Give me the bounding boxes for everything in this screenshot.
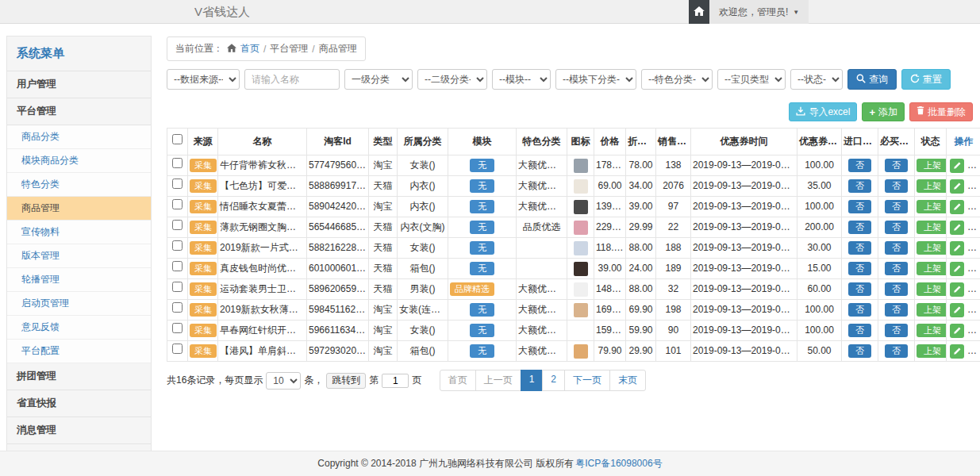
- row-checkbox[interactable]: [172, 178, 183, 189]
- must-buy-toggle[interactable]: 否: [885, 282, 908, 296]
- edit-icon[interactable]: [950, 200, 964, 214]
- sidebar-item[interactable]: 拼团管理: [7, 363, 151, 390]
- module-badge[interactable]: 品牌精选: [450, 282, 494, 296]
- module-badge[interactable]: 无: [470, 200, 494, 213]
- sidebar-item[interactable]: 特色分类: [7, 173, 151, 197]
- status-toggle[interactable]: 上架: [917, 179, 947, 193]
- edit-icon[interactable]: [950, 262, 964, 276]
- status-toggle[interactable]: 上架: [917, 324, 947, 337]
- status-select[interactable]: --状态--: [790, 69, 843, 90]
- module-select[interactable]: --模块--: [492, 69, 551, 90]
- must-buy-toggle[interactable]: 否: [885, 179, 908, 193]
- pager-item[interactable]: 首页: [440, 370, 476, 391]
- select-all-checkbox[interactable]: [172, 134, 183, 144]
- status-toggle[interactable]: 上架: [917, 303, 947, 317]
- item-type-select[interactable]: --宝贝类型--: [717, 69, 786, 90]
- row-checkbox[interactable]: [172, 302, 183, 313]
- jump-button[interactable]: 跳转到: [326, 373, 366, 389]
- module-badge[interactable]: 无: [470, 262, 494, 275]
- import-select-toggle[interactable]: 否: [848, 282, 871, 296]
- reset-button[interactable]: 重置: [901, 69, 951, 90]
- search-button[interactable]: 查询: [847, 69, 897, 90]
- module-badge[interactable]: 无: [470, 221, 494, 234]
- sidebar-item[interactable]: 商品分类: [7, 125, 151, 149]
- pager-item[interactable]: 末页: [609, 370, 646, 391]
- import-select-toggle[interactable]: 否: [848, 200, 871, 213]
- sidebar-item[interactable]: 意见反馈: [7, 316, 151, 340]
- status-toggle[interactable]: 上架: [917, 159, 947, 172]
- user-menu[interactable]: 欢迎您，管理员! ▼: [709, 0, 809, 24]
- sidebar-item[interactable]: 省直快报: [7, 390, 151, 417]
- edit-icon[interactable]: [950, 282, 964, 297]
- row-checkbox[interactable]: [172, 199, 183, 209]
- import-select-toggle[interactable]: 否: [848, 221, 871, 234]
- row-checkbox[interactable]: [172, 344, 183, 354]
- sidebar-item[interactable]: 版本管理: [7, 244, 151, 268]
- row-checkbox[interactable]: [172, 282, 183, 292]
- source-select[interactable]: --数据来源--: [167, 69, 240, 90]
- must-buy-toggle[interactable]: 否: [885, 221, 908, 234]
- add-button[interactable]: + 添加: [862, 102, 905, 121]
- edit-icon[interactable]: [950, 221, 964, 235]
- must-buy-toggle[interactable]: 否: [885, 303, 908, 317]
- sidebar-item[interactable]: 宣传物料: [7, 221, 151, 244]
- edit-icon[interactable]: [950, 159, 964, 173]
- import-select-toggle[interactable]: 否: [848, 179, 871, 193]
- must-buy-toggle[interactable]: 否: [885, 200, 908, 213]
- must-buy-toggle[interactable]: 否: [885, 159, 908, 172]
- edit-icon[interactable]: [950, 303, 964, 317]
- row-checkbox[interactable]: [172, 261, 183, 271]
- module-badge[interactable]: 无: [470, 159, 494, 172]
- breadcrumb-home-link[interactable]: 首页: [240, 42, 259, 56]
- sidebar-item[interactable]: 模块商品分类: [7, 149, 151, 173]
- pager-item[interactable]: 2: [542, 370, 565, 391]
- module-subcategory-select[interactable]: --模块下分类--: [555, 69, 636, 90]
- row-checkbox[interactable]: [172, 158, 183, 168]
- sidebar-item[interactable]: 轮播管理: [7, 268, 151, 292]
- row-checkbox[interactable]: [172, 323, 183, 333]
- edit-icon[interactable]: [950, 241, 964, 255]
- import-select-toggle[interactable]: 否: [848, 344, 871, 358]
- edit-icon[interactable]: [950, 344, 964, 359]
- name-search-input[interactable]: [244, 69, 340, 90]
- sidebar-item[interactable]: 消息管理: [7, 417, 151, 444]
- import-select-toggle[interactable]: 否: [848, 324, 871, 337]
- status-toggle[interactable]: 上架: [917, 282, 947, 296]
- must-buy-toggle[interactable]: 否: [885, 324, 908, 337]
- home-button[interactable]: [689, 0, 709, 24]
- status-toggle[interactable]: 上架: [917, 221, 947, 234]
- jump-page-input[interactable]: [382, 374, 409, 388]
- module-badge[interactable]: 无: [470, 241, 494, 255]
- module-badge[interactable]: 无: [470, 179, 494, 193]
- import-select-toggle[interactable]: 否: [848, 241, 871, 255]
- import-select-toggle[interactable]: 否: [848, 303, 871, 317]
- edit-icon[interactable]: [950, 179, 964, 194]
- status-toggle[interactable]: 上架: [917, 262, 947, 275]
- pager-item[interactable]: 上一页: [475, 370, 521, 391]
- row-checkbox[interactable]: [172, 220, 183, 230]
- status-toggle[interactable]: 上架: [917, 241, 947, 255]
- feature-category-select[interactable]: --特色分类--: [641, 69, 713, 90]
- import-select-toggle[interactable]: 否: [848, 262, 871, 275]
- sidebar-item[interactable]: 平台配置: [7, 340, 151, 363]
- sidebar-item[interactable]: 平台管理: [7, 98, 151, 125]
- status-toggle[interactable]: 上架: [917, 344, 947, 358]
- module-badge[interactable]: 无: [470, 344, 494, 358]
- batch-delete-button[interactable]: 批量删除: [909, 102, 973, 121]
- level2-category-select[interactable]: --二级分类--: [417, 69, 487, 90]
- must-buy-toggle[interactable]: 否: [885, 241, 908, 255]
- sidebar-item-active[interactable]: 商品管理: [7, 197, 151, 221]
- level1-category-select[interactable]: 一级分类: [344, 69, 413, 90]
- module-badge[interactable]: 无: [470, 324, 494, 337]
- pager-item[interactable]: 1: [521, 370, 544, 391]
- pager-item[interactable]: 下一页: [564, 370, 610, 391]
- import-select-toggle[interactable]: 否: [848, 159, 871, 172]
- edit-icon[interactable]: [950, 324, 964, 338]
- status-toggle[interactable]: 上架: [917, 200, 947, 213]
- icp-link[interactable]: 粤ICP备16098006号: [575, 457, 662, 470]
- sidebar-item[interactable]: 启动页管理: [7, 292, 151, 316]
- row-checkbox[interactable]: [172, 240, 183, 251]
- per-page-select[interactable]: 10: [266, 372, 301, 390]
- module-badge[interactable]: 无: [470, 303, 494, 317]
- must-buy-toggle[interactable]: 否: [885, 262, 908, 275]
